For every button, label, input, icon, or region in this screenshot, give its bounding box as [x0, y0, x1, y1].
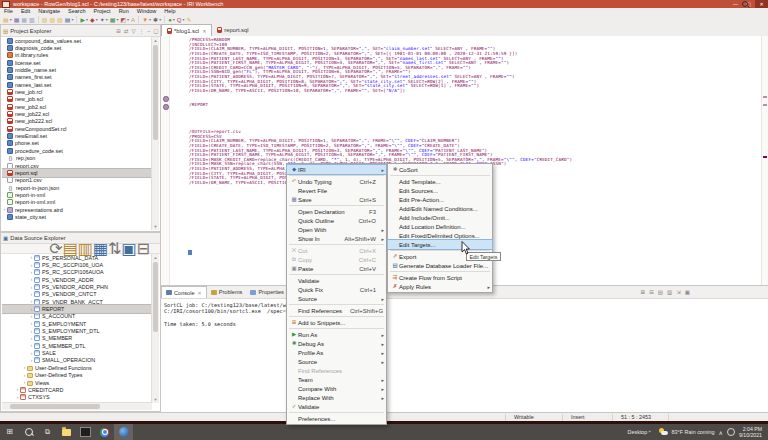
menu-item-profile-as[interactable]: Profile As▸ [287, 348, 386, 357]
toolbar-button-9[interactable]: ◆▾ [90, 16, 98, 24]
console-tool-icon-4[interactable]: ⇲ [676, 289, 681, 295]
menu-item-edit-fixed-delimited-options[interactable]: Edit Fixed/Delimited Options... [388, 231, 492, 240]
tray-chevron-icon[interactable]: ∧ [719, 429, 723, 436]
weather-text[interactable]: 83°F Rain coming [672, 429, 715, 435]
dse-item-sale[interactable]: ›SALE [2, 349, 152, 356]
tree-item-new-job-rcl[interactable]: new_job.rcl [2, 88, 152, 95]
toolbar-button-1[interactable]: ▦ [14, 16, 20, 24]
menu-item-apply-rules[interactable]: ✗Apply Rules▸ [388, 282, 492, 291]
console-tool-icon-0[interactable]: ⊞ [641, 289, 646, 295]
menu-item-edit-pre-action[interactable]: Edit Pre-Action... [388, 195, 492, 204]
menu-item-cosort[interactable]: ✱CoSort [388, 165, 492, 174]
task-view-icon[interactable]: ⧉ [38, 424, 57, 440]
weather-icon[interactable] [659, 428, 669, 436]
toolbar-button-17[interactable]: Q▾ [177, 16, 185, 24]
tab-close-icon[interactable]: ✕ [202, 28, 206, 34]
menu-item-open-declaration[interactable]: Open DeclarationF3 [287, 207, 386, 216]
toolbar-button-18[interactable]: ✎ [186, 16, 191, 24]
toolbar-button-13[interactable]: A [131, 16, 135, 24]
tree-item-state-city-set[interactable]: state_city.set [2, 213, 152, 220]
menubar-item-navigate[interactable]: Navigate [34, 8, 64, 15]
toolbar-button-15[interactable]: ✱▾ [153, 16, 161, 24]
menu-item-validate[interactable]: ✓Validate [287, 402, 386, 411]
tree-item-rep-json[interactable]: {}rep.json [2, 155, 152, 162]
tree-item-compound-data-values-set[interactable]: compound_data_values.set [2, 37, 152, 44]
toolbar-button-12[interactable]: ◩▾ [120, 16, 129, 24]
dse-item-ps-vendor-cntct[interactable]: ›PS_VENDOR_CNTCT [2, 291, 152, 298]
menu-item-source[interactable]: Source▸ [287, 294, 386, 303]
dse-item-s-member-dtl[interactable]: ›S_MEMBER_DTL [2, 342, 152, 349]
menu-item-preferences[interactable]: Preferences... [287, 414, 386, 423]
console-tab-console[interactable]: Console✕ [161, 286, 207, 298]
menu-item-paste[interactable]: ▣PasteCtrl+V [287, 264, 386, 273]
toolbar-button-6[interactable]: ▨ [57, 16, 63, 24]
console-tab-properties[interactable]: Properties [246, 286, 288, 298]
menu-item-revert-file[interactable]: Revert File [287, 186, 386, 195]
dse-item-views[interactable]: ›Views [2, 379, 152, 386]
collapse-all-icon[interactable]: ⊟ [116, 28, 121, 34]
link-editor-icon[interactable]: ⇄ [124, 28, 129, 34]
tree-item-new-job-scl[interactable]: new_job.scl [2, 96, 152, 103]
dse-item-s-member[interactable]: ›S_MEMBER [2, 335, 152, 342]
dse-item-small-operacion[interactable]: ›SMALL_OPERACION [2, 357, 152, 364]
tree-item-names-first-set[interactable]: names_first.set [2, 74, 152, 81]
menu-item-team[interactable]: Team▸ [287, 375, 386, 384]
dse-item-user-defined-functions[interactable]: ›User-Defined Functions [2, 364, 152, 371]
minimize-icon[interactable]: ‒ [147, 28, 150, 34]
menu-item-add-edit-named-conditions[interactable]: Add/Edit Named Conditions... [388, 204, 492, 213]
menu-item-add-location-definition[interactable]: Add Location Definition... [388, 222, 492, 231]
menu-item-add-include-omit[interactable]: Add Include/Omit... [388, 213, 492, 222]
menubar-item-file[interactable]: File [0, 8, 17, 15]
dse-horizontal-scrollbar[interactable] [2, 402, 152, 410]
toolbar-button-11[interactable]: ▦▾ [110, 16, 119, 24]
dse-item-ps-personal-data[interactable]: ›PS_PERSONAL_DATA [2, 254, 152, 261]
tree-item-report1-csv[interactable]: report1.csv [2, 177, 152, 184]
menu-item-edit-sources[interactable]: Edit Sources... [388, 186, 492, 195]
quick-access-search-icon[interactable] [742, 1, 748, 7]
menu-item-show-in[interactable]: Show InAlt+Shift+W▸ [287, 234, 386, 243]
tree-item-new-job2-scl[interactable]: new_job2.scl [2, 103, 152, 110]
chrome-icon[interactable] [95, 424, 114, 440]
dse-item-s-account[interactable]: ›S_ACCOUNT [2, 313, 152, 320]
menu-item-compare-with[interactable]: Compare With▸ [287, 384, 386, 393]
menu-item-save[interactable]: ▦SaveCtrl+S [287, 195, 386, 204]
menu-item-source[interactable]: Source▸ [287, 357, 386, 366]
toolbar-button-3[interactable]: ▥ [29, 16, 35, 24]
dse-item-ps-vendor-addr-phn[interactable]: ›PS_VENDOR_ADDR_PHN [2, 283, 152, 290]
tree-item-representations-aird[interactable]: ›representations.aird [2, 206, 152, 213]
menu-item-replace-with[interactable]: Replace With▸ [287, 393, 386, 402]
console-tool-icon-2[interactable]: ▤ [658, 289, 663, 295]
toolbar-button-16[interactable]: ●▾ [168, 16, 175, 24]
start-button[interactable]: ⊞ [0, 424, 19, 440]
toolbar-button-4[interactable]: ▨ [42, 16, 48, 24]
terminal-app-icon[interactable] [76, 424, 95, 440]
tree-item-phone-set[interactable]: phone.set [2, 140, 152, 147]
menu-item-add-to-snippets[interactable]: ⊞Add to Snippets... [287, 318, 386, 327]
toolbar-button-14[interactable]: ▼▾ [142, 16, 151, 24]
tree-item-names-last-set[interactable]: names_last.set [2, 81, 152, 88]
editor-tab-report-sql[interactable]: report.sql [212, 24, 253, 36]
tree-item-report-csv[interactable]: report.csv [2, 162, 152, 169]
view-menu-icon[interactable]: ⋮ [139, 28, 145, 34]
view-close-icon[interactable]: ✕ [198, 290, 202, 296]
desktop-toolbar-label[interactable]: Desktop» [628, 429, 651, 435]
search-icon[interactable] [19, 424, 38, 440]
tree-item-middle-name-set[interactable]: middle_name.set [2, 66, 152, 73]
toolbar-button-5[interactable]: ▨ [49, 16, 55, 24]
menubar-item-run[interactable]: Run [115, 8, 133, 15]
iri-workbench-taskbar-icon[interactable] [114, 424, 133, 440]
filter-icon[interactable]: ▽ [132, 28, 136, 34]
minimize-button[interactable]: — [729, 0, 742, 8]
dse-item-ps-vndr-bank-acct[interactable]: ›PS_VNDR_BANK_ACCT [2, 298, 152, 305]
tree-item-report-in-xml[interactable]: report-in-xml [2, 191, 152, 198]
dse-item-ps-rc-sccpi106-uoa[interactable]: ›PS_RC_SCCPI106_UOA [2, 261, 152, 268]
menu-item-run-as[interactable]: ▶Run As▸ [287, 330, 386, 339]
console-tool-icon-5[interactable]: ▣ [685, 289, 690, 295]
tree-item-newemail-set[interactable]: newEmail.set [2, 132, 152, 139]
clock[interactable]: 2:04 PM 9/10/2021 [739, 426, 762, 439]
tree-item-report-in-xml-xml[interactable]: report-in-xml.xml [2, 199, 152, 206]
menu-item-undo-typing[interactable]: ↶Undo TypingCtrl+Z [287, 177, 386, 186]
toolbar-button-7[interactable]: ▤▾ [65, 16, 74, 24]
menu-item-generate-database-loader-file[interactable]: ▤Generate Database Loader File... [388, 261, 492, 270]
menubar-item-help[interactable]: Help [160, 8, 179, 15]
